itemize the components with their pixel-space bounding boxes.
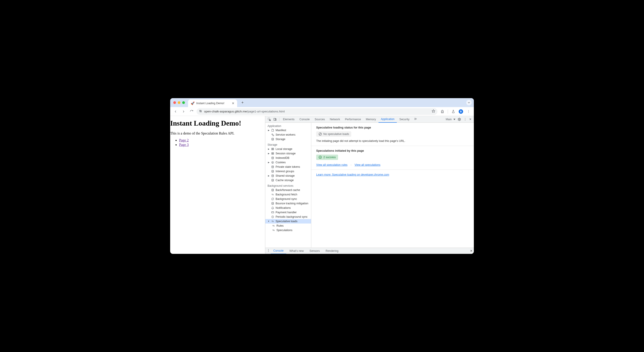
sidebar-item-bounce-tracking[interactable]: Bounce tracking mitigation xyxy=(265,201,311,206)
drawer-tab-console[interactable]: Console xyxy=(271,248,286,254)
browser-menu-icon[interactable] xyxy=(465,108,472,115)
bell-icon xyxy=(271,206,274,209)
sidebar-item-interest-groups[interactable]: Interest groups xyxy=(265,169,311,174)
page-link[interactable]: Page 3 xyxy=(179,143,189,147)
cookie-icon xyxy=(271,161,274,164)
divider xyxy=(448,109,448,113)
sidebar-item-session-storage[interactable]: ▶Session storage xyxy=(265,151,311,156)
devtools-tab-network[interactable]: Network xyxy=(328,116,342,123)
svg-point-36 xyxy=(272,179,274,180)
sidebar-item-bg-fetch[interactable]: Background fetch xyxy=(265,192,311,197)
tab-title: Instant Loading Demo! xyxy=(196,102,230,105)
database-icon xyxy=(271,138,274,141)
back-button[interactable] xyxy=(172,108,179,115)
sidebar-item-local-storage[interactable]: ▶Local storage xyxy=(265,147,311,151)
application-sidebar: Application ▶Manifest Service workers St… xyxy=(265,123,311,248)
svg-point-16 xyxy=(465,120,465,120)
sidebar-item-cookies[interactable]: ▶Cookies xyxy=(265,160,311,165)
svg-point-44 xyxy=(319,156,322,159)
devtools-more-tabs-icon[interactable] xyxy=(412,117,418,121)
svg-marker-5 xyxy=(432,109,435,112)
clock-icon xyxy=(271,215,274,218)
devtools-tab-performance[interactable]: Performance xyxy=(343,116,363,123)
reload-button[interactable] xyxy=(188,108,195,115)
extensions-icon[interactable] xyxy=(439,108,446,115)
labs-icon[interactable] xyxy=(450,108,456,115)
site-settings-icon[interactable] xyxy=(199,109,202,113)
bookmark-icon[interactable] xyxy=(432,109,435,113)
window-controls xyxy=(173,101,185,104)
new-tab-button[interactable]: + xyxy=(240,99,246,106)
profile-avatar[interactable]: B xyxy=(459,109,463,114)
sidebar-item-indexeddb[interactable]: IndexedDB xyxy=(265,156,311,160)
drawer-menu-icon[interactable] xyxy=(266,249,270,253)
devtools-tab-console[interactable]: Console xyxy=(297,116,312,123)
table-icon xyxy=(271,152,274,155)
view-all-speculations-link[interactable]: View all speculations xyxy=(354,163,380,166)
database-icon xyxy=(271,179,274,182)
devtools-menu-icon[interactable] xyxy=(462,117,468,122)
inspect-element-icon[interactable] xyxy=(266,117,272,122)
svg-point-47 xyxy=(268,251,269,252)
page-link[interactable]: Page 2 xyxy=(179,138,189,142)
status-text: The initiating page did not attempt to s… xyxy=(316,139,469,143)
sidebar-item-manifest[interactable]: ▶Manifest xyxy=(265,128,311,132)
svg-point-32 xyxy=(272,163,272,163)
status-block: Speculative loading status for this page… xyxy=(311,123,474,146)
sidebar-item-speculations[interactable]: Speculations xyxy=(265,228,311,232)
svg-point-28 xyxy=(272,157,274,158)
address-bar[interactable]: open-chalk-asparagus.glitch.me/page1-url… xyxy=(196,108,438,115)
check-circle-icon xyxy=(318,155,322,159)
devtools-target-select[interactable]: Main xyxy=(446,118,456,121)
url-text: open-chalk-asparagus.glitch.me/page1-url… xyxy=(204,110,285,113)
drawer-tab-sensors[interactable]: Sensors xyxy=(307,248,322,254)
sidebar-item-private-tokens[interactable]: Private state tokens xyxy=(265,165,311,169)
device-toolbar-icon[interactable] xyxy=(272,117,278,122)
view-all-rules-link[interactable]: View all speculation rules xyxy=(316,163,348,166)
sidebar-item-shared-storage[interactable]: ▶Shared storage xyxy=(265,174,311,178)
learn-more-link[interactable]: Learn more: Speculative loading on devel… xyxy=(316,173,389,176)
sidebar-item-speculative-loads[interactable]: ▼Speculative loads xyxy=(265,219,311,224)
close-window-button[interactable] xyxy=(173,101,176,104)
drawer-close-icon[interactable]: ✕ xyxy=(470,249,472,253)
svg-point-31 xyxy=(273,163,273,163)
tab-close-icon[interactable]: ✕ xyxy=(232,101,234,105)
status-badge: No speculative loads xyxy=(316,131,351,137)
browser-tab[interactable]: 🚀 Instant Loading Demo! ✕ xyxy=(188,99,237,107)
devtools-drawer: Console What's new Sensors Rendering ✕ xyxy=(265,248,474,254)
application-main: Speculative loading status for this page… xyxy=(311,123,474,248)
tabs-menu-button[interactable] xyxy=(466,100,472,105)
sidebar-item-cache-storage[interactable]: Cache storage xyxy=(265,178,311,182)
svg-point-19 xyxy=(272,138,274,139)
link-row: View all speculation rules · View all sp… xyxy=(316,163,469,166)
sidebar-item-payment-handler[interactable]: Payment handler xyxy=(265,210,311,215)
minimize-window-button[interactable] xyxy=(178,101,180,104)
devtools-tab-sources[interactable]: Sources xyxy=(312,116,327,123)
sidebar-item-storage[interactable]: Storage xyxy=(265,137,311,141)
devtools-tab-memory[interactable]: Memory xyxy=(364,116,378,123)
devtools-tab-elements[interactable]: Elements xyxy=(281,116,297,123)
initiated-heading: Speculations initiated by this page xyxy=(316,149,469,152)
drawer-tab-whatsnew[interactable]: What's new xyxy=(287,248,306,254)
tab-favicon-icon: 🚀 xyxy=(191,101,194,105)
devtools-close-icon[interactable]: ✕ xyxy=(468,118,472,121)
sidebar-item-rules[interactable]: Rules xyxy=(265,224,311,228)
initiated-block: Speculations initiated by this page 2 su… xyxy=(311,146,474,170)
sidebar-item-bf-cache[interactable]: Back/forward cache xyxy=(265,188,311,192)
sidebar-item-periodic-sync[interactable]: Periodic background sync xyxy=(265,215,311,219)
sidebar-item-bg-sync[interactable]: Background sync xyxy=(265,197,311,201)
sidebar-item-service-workers[interactable]: Service workers xyxy=(265,132,311,137)
drawer-tab-rendering[interactable]: Rendering xyxy=(323,248,341,254)
status-heading: Speculative loading status for this page xyxy=(316,126,469,129)
svg-point-30 xyxy=(272,162,272,162)
sidebar-item-notifications[interactable]: Notifications xyxy=(265,206,311,210)
maximize-window-button[interactable] xyxy=(182,101,185,104)
devtools-tabbar: Elements Console Sources Network Perform… xyxy=(265,116,474,123)
devtools-tab-application[interactable]: Application xyxy=(378,116,396,123)
updown-icon xyxy=(271,220,274,223)
svg-point-4 xyxy=(201,111,202,112)
devtools-tab-security[interactable]: Security xyxy=(397,116,412,123)
forward-button[interactable] xyxy=(180,108,187,115)
database-icon xyxy=(271,202,274,205)
devtools-settings-icon[interactable] xyxy=(457,117,462,122)
